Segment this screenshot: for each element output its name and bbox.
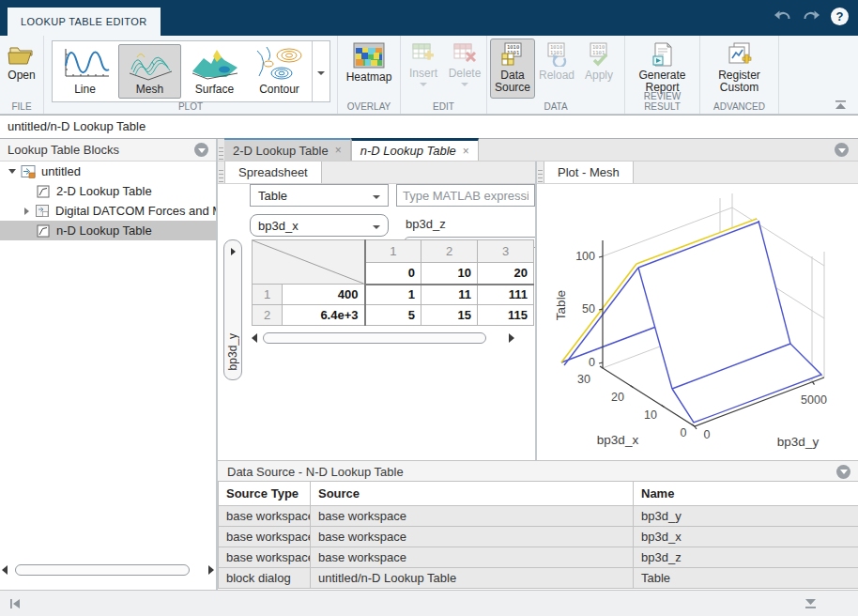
tree-item-label: n-D Lookup Table — [56, 223, 152, 238]
data-source-button[interactable]: 1010 1101 Data Source — [490, 38, 535, 99]
generate-report-icon — [651, 42, 675, 67]
table-row[interactable]: base workspace base workspace bp3d_z — [219, 547, 858, 568]
undo-icon[interactable] — [774, 9, 791, 23]
apply-icon: 1010 1101 — [587, 42, 611, 67]
tree-item-2d-lookup-table[interactable]: 2-D Lookup Table — [0, 181, 216, 201]
data-source-title: Data Source - N-D Lookup Table — [225, 465, 404, 479]
panel-grip[interactable] — [538, 170, 543, 183]
panel-grip[interactable] — [219, 147, 223, 161]
insert-icon — [411, 42, 436, 65]
panel-grip[interactable] — [219, 170, 223, 183]
expression-input[interactable] — [396, 184, 535, 207]
expander-closed-icon[interactable] — [24, 208, 29, 215]
open-button[interactable]: Open — [1, 38, 42, 99]
sidebar-horizontal-scrollbar[interactable] — [2, 562, 214, 577]
plot-type-contour[interactable]: Contour — [248, 44, 311, 99]
tree-item-untitled[interactable]: untitled — [0, 162, 216, 181]
y-axis-label: bp3d_y — [777, 435, 820, 449]
surface-plot-icon — [188, 45, 242, 83]
data-source-icon: 1010 1101 — [500, 42, 525, 67]
spreadsheet-tab-strip: Spreadsheet — [218, 162, 535, 184]
row-breakpoint-collapsed-panel[interactable]: bp3d_y — [223, 239, 242, 380]
row-breakpoint-cell[interactable]: 6.4e+3 — [283, 305, 365, 326]
sidebar-menu-icon[interactable] — [194, 143, 208, 157]
sidebar-header: Lookup Table Blocks — [0, 139, 216, 162]
heatmap-button[interactable]: Heatmap — [341, 38, 397, 99]
column-index[interactable]: 3 — [478, 240, 534, 263]
column-index[interactable]: 2 — [421, 240, 478, 263]
column-header[interactable]: Source Type — [219, 482, 311, 506]
row-breakpoint-cell[interactable]: 400 — [283, 285, 365, 305]
model-icon — [21, 165, 36, 178]
collapse-bottom-panel-icon[interactable] — [804, 598, 817, 609]
register-custom-icon — [727, 42, 753, 67]
column-header[interactable]: Source — [311, 482, 634, 506]
x-axis-label: bp3d_x — [597, 433, 639, 447]
column-index[interactable]: 1 — [365, 240, 421, 263]
table-row[interactable]: base workspace base workspace bp3d_y — [219, 506, 858, 527]
data-source-table: Source Type Source Name base workspace b… — [218, 481, 858, 589]
section-advanced: Register Custom ADVANCED — [700, 36, 779, 114]
row-index[interactable]: 2 — [253, 305, 283, 326]
collapse-sidebar-icon[interactable] — [9, 598, 21, 609]
breakpoint-dropdown[interactable]: bp3d_x — [250, 214, 389, 237]
tab-nd-lookup-table[interactable]: n-D Lookup Table × — [351, 138, 479, 161]
x-tick-label: 0 — [681, 426, 687, 439]
heatmap-icon — [353, 42, 385, 69]
expander-open-icon[interactable] — [8, 169, 16, 174]
grid-horizontal-scrollbar[interactable] — [252, 331, 514, 345]
redo-icon[interactable] — [803, 9, 820, 23]
tree-item-nd-lookup-table[interactable]: n-D Lookup Table — [0, 221, 216, 240]
column-breakpoint-cell[interactable]: 10 — [421, 263, 478, 285]
tab-plot-mesh[interactable]: Plot - Mesh — [544, 162, 634, 183]
reload-button: 1010 1101 Reload — [535, 38, 578, 99]
data-source-menu-icon[interactable] — [836, 465, 850, 479]
plot-type-surface[interactable]: Surface — [183, 44, 246, 99]
ribbon-tab-lookup-table-editor[interactable]: LOOKUP TABLE EDITOR — [8, 8, 161, 36]
table-value-cell[interactable]: 111 — [478, 285, 534, 305]
reload-icon: 1010 1101 — [544, 42, 569, 67]
spreadsheet-panel: Spreadsheet Table bp3d_x bp3d_z bp3d_y 1… — [218, 162, 535, 460]
table-value-cell[interactable]: 115 — [478, 305, 534, 326]
expand-icon[interactable] — [231, 248, 236, 255]
table-value-cell[interactable]: 11 — [421, 285, 478, 305]
close-icon[interactable]: × — [335, 144, 342, 157]
row-index[interactable]: 1 — [253, 285, 283, 305]
value-dropdown[interactable]: Table — [250, 184, 389, 207]
close-icon[interactable]: × — [463, 145, 469, 158]
titlebar: LOOKUP TABLE EDITOR ? — [0, 0, 858, 36]
dropdown-icon — [373, 225, 380, 229]
register-custom-button[interactable]: Register Custom — [710, 38, 770, 99]
column-header[interactable]: Name — [634, 482, 858, 506]
section-spacer — [779, 36, 858, 114]
section-plot: Line Mesh — [44, 36, 338, 114]
table-value-cell[interactable]: 15 — [421, 305, 478, 326]
line-plot-icon — [58, 45, 113, 83]
gallery-dropdown-icon[interactable] — [312, 41, 329, 101]
subsystem-icon — [35, 205, 50, 218]
column-breakpoint-cell[interactable]: 0 — [365, 263, 421, 285]
collapse-toolstrip-icon[interactable] — [835, 100, 847, 110]
y-tick-label: 5000 — [801, 393, 827, 407]
tab-2d-lookup-table[interactable]: 2-D Lookup Table × — [224, 138, 351, 161]
plot-type-line[interactable]: Line — [54, 44, 116, 99]
generate-report-button[interactable]: Generate Report — [631, 38, 695, 99]
plot-type-mesh[interactable]: Mesh — [118, 44, 181, 99]
block-path-breadcrumb[interactable]: untitled/n-D Lookup Table — [0, 115, 858, 139]
plot-type-gallery: Line Mesh — [52, 40, 330, 102]
table-row[interactable]: base workspace base workspace bp3d_x — [219, 527, 858, 547]
mesh-plot-canvas[interactable]: 100 50 0 30 20 10 0 0 5000 bp3d_x bp3d_y… — [537, 184, 858, 460]
tab-spreadsheet[interactable]: Spreadsheet — [224, 162, 322, 183]
x-tick-label: 10 — [644, 408, 657, 422]
tab-bar-menu-icon[interactable] — [835, 143, 849, 157]
table-value-cell[interactable]: 5 — [365, 305, 421, 326]
sidebar-lookup-table-blocks: Lookup Table Blocks untitled 2-D Lookup … — [0, 139, 216, 590]
tree-item-digital-datcom[interactable]: Digital DATCOM Forces and Mo — [0, 201, 216, 221]
help-icon[interactable]: ? — [831, 8, 849, 25]
status-bar — [0, 590, 858, 616]
x-tick-label: 30 — [577, 373, 590, 386]
sidebar-title: Lookup Table Blocks — [8, 143, 119, 157]
table-value-cell[interactable]: 1 — [365, 285, 421, 305]
table-row[interactable]: block dialog untitled/n-D Lookup Table T… — [219, 568, 858, 589]
column-breakpoint-cell[interactable]: 20 — [478, 263, 534, 285]
